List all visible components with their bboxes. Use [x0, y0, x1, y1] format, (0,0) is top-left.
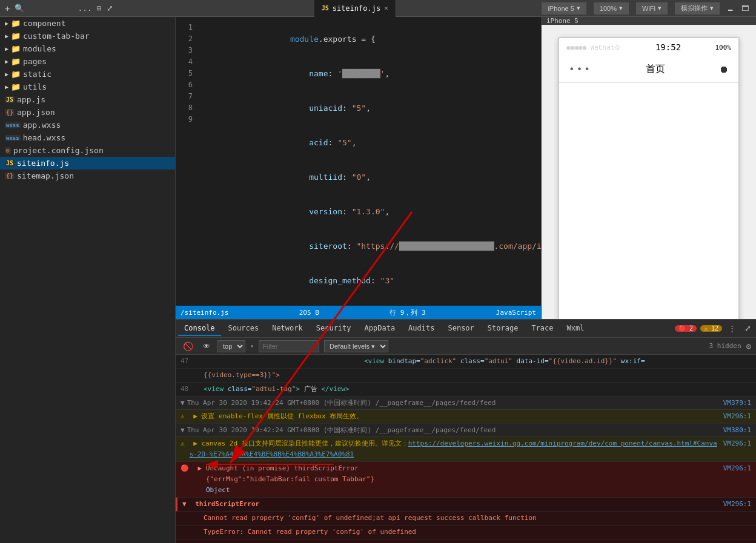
console-line-warn-1: ⚠ ▶ 设置 enable-flex 属性以使 flexbox 布局生效。 VM… — [176, 410, 756, 424]
context-arrow: ▾ — [250, 343, 254, 349]
sidebar-item-label: custom-tab-bar — [23, 31, 90, 41]
expand-icon[interactable]: ⤢ — [107, 4, 113, 13]
devtools-more[interactable]: ⋮ — [726, 323, 738, 334]
tab-security[interactable]: Security — [310, 321, 357, 336]
folder-expand-icon: ▶ — [5, 45, 8, 52]
window-minimize[interactable]: 🗕 — [727, 4, 734, 13]
expand-icon[interactable]: ▼ — [181, 399, 185, 407]
status-line-col: 行 9，列 3 — [390, 308, 426, 317]
filter-input[interactable] — [259, 340, 319, 352]
tab-wxml[interactable]: Wxml — [561, 321, 591, 336]
network-select[interactable]: WiFi ▾ — [636, 2, 668, 15]
section-source: VM380:1 — [723, 426, 751, 434]
sidebar-item-component[interactable]: ▶ 📁 component — [0, 17, 175, 30]
sidebar-item-app-json[interactable]: {} app.json — [0, 106, 175, 119]
sidebar-item-modules[interactable]: ▶ 📁 modules — [0, 42, 175, 55]
phone-battery: 100% — [715, 44, 732, 51]
preserve-log-btn[interactable]: 👁 — [201, 341, 213, 352]
add-icon[interactable]: + — [5, 4, 10, 13]
expand-icon[interactable]: ▼ — [181, 426, 185, 434]
sidebar-item-utils[interactable]: ▶ 📁 utils — [0, 81, 175, 93]
tab-sensor[interactable]: Sensor — [442, 321, 480, 336]
sidebar-item-label: siteinfo.js — [17, 159, 69, 168]
folder-icon: 📁 — [11, 82, 21, 91]
editor-content: 1 2 3 4 5 6 7 8 9 — [176, 17, 541, 306]
clear-console-btn[interactable]: 🚫 — [181, 340, 196, 352]
code-lines: module.exports = { name: '████████', uni… — [200, 22, 541, 301]
phone-toolbar: iPhone 5 — [542, 17, 756, 25]
console-line-html-48: 48 <view class="adtui-tag"> 广告 </view> — [176, 383, 756, 397]
tab-trace[interactable]: Trace — [525, 321, 559, 336]
settings-icon[interactable]: ⚙ — [746, 341, 751, 351]
sidebar-item-label: static — [23, 70, 51, 79]
more-icon[interactable]: ... — [78, 4, 91, 13]
folder-icon: 📁 — [11, 19, 21, 28]
split-icon[interactable]: ⊟ — [97, 4, 102, 13]
sidebar-item-app-wxss[interactable]: wxss app.wxss — [0, 119, 175, 131]
search-icon[interactable]: 🔍 — [15, 4, 24, 13]
phone-nav-dots[interactable]: ••• — [569, 64, 592, 75]
sidebar-item-pages[interactable]: ▶ 📁 pages — [0, 55, 175, 68]
zoom-select[interactable]: 100% ▾ — [594, 2, 629, 15]
sidebar-item-label: component — [23, 19, 65, 28]
sidebar-item-label: app.wxss — [23, 120, 61, 130]
console-error-stack-1: at Object.success (http://127.0.0.1:4154… — [176, 539, 756, 543]
sidebar-item-label: app.json — [17, 108, 55, 117]
phone-nav-title: 首页 — [646, 63, 665, 76]
tab-appdata[interactable]: AppData — [359, 321, 402, 336]
sidebar-item-static[interactable]: ▶ 📁 static — [0, 68, 175, 81]
sidebar-item-head-wxss[interactable]: wxss head.wxss — [0, 131, 175, 144]
sidebar-item-siteinfo-js[interactable]: JS siteinfo.js — [0, 157, 175, 169]
editor-area: 1 2 3 4 5 6 7 8 9 — [176, 17, 541, 319]
code-line-8: design_method: "3" — [205, 263, 541, 298]
simulate-select[interactable]: 模拟操作 ▾ — [675, 2, 720, 15]
phone-content — [559, 83, 738, 319]
folder-expand-icon: ▶ — [5, 71, 8, 77]
window-maximize[interactable]: 🗖 — [741, 4, 749, 13]
tab-storage[interactable]: Storage — [482, 321, 525, 336]
sidebar-item-label: head.wxss — [23, 133, 65, 142]
console-line-html-47b: {{video.type==3}}"> — [176, 369, 756, 383]
devtools-panel: Console Sources Network Security AppData… — [176, 319, 756, 543]
tab-audits[interactable]: Audits — [402, 321, 440, 336]
js-badge: JS — [5, 96, 15, 103]
sidebar-item-sitemap-json[interactable]: {} sitemap.json — [0, 169, 175, 182]
console-line-error-section: ▼ thirdScriptError VM296:1 — [176, 498, 756, 512]
tab-network[interactable]: Network — [266, 321, 309, 336]
tab-console[interactable]: Console — [178, 321, 221, 336]
error-count-badge: 🔴 2 — [675, 325, 697, 332]
phone-frame: ●●●●● WeChat令 19:52 100% ••• 首页 ⏺ — [558, 37, 740, 319]
level-select[interactable]: Default levels ▾ — [324, 340, 388, 352]
devtools-expand[interactable]: ⤢ — [742, 323, 754, 334]
folder-expand-icon: ▶ — [5, 33, 8, 39]
folder-icon: 📁 — [11, 57, 21, 66]
console-section-1: ▼ Thu Apr 30 2020 19:42:24 GMT+0800 (中国标… — [176, 397, 756, 410]
phone-record-icon[interactable]: ⏺ — [719, 64, 729, 75]
console-output[interactable]: 47 <view bindtap="adclick" class="adtui"… — [176, 355, 756, 543]
phone-container: ●●●●● WeChat令 19:52 100% ••• 首页 ⏺ — [542, 25, 756, 319]
warn-count-badge: ⚠ 12 — [700, 325, 722, 332]
sidebar-item-label: app.js — [17, 95, 45, 104]
context-select[interactable]: top — [217, 340, 245, 352]
sidebar-item-app-js[interactable]: JS app.js — [0, 93, 175, 106]
console-line-warn-2: ⚠ ▶ canvas 2d 接口支持同层渲染且性能更佳，建议切换使用。详见文：h… — [176, 437, 756, 462]
code-line-4: acid: "5", — [205, 125, 541, 160]
device-select[interactable]: iPhone 5 ▾ — [542, 2, 586, 15]
sidebar-item-label: utils — [23, 82, 47, 91]
tab-close-icon[interactable]: × — [384, 4, 388, 12]
line-number: 47 — [181, 356, 199, 367]
phone-status-bar: ●●●●● WeChat令 19:52 100% — [559, 38, 738, 56]
tab-sources[interactable]: Sources — [222, 321, 265, 336]
line-numbers: 1 2 3 4 5 6 7 8 9 — [176, 22, 200, 301]
error-expand-icon[interactable]: ▼ — [182, 499, 187, 510]
code-line-7: siteroot: "https://████████████████████.… — [205, 229, 541, 263]
sidebar-item-custom-tab-bar[interactable]: ▶ 📁 custom-tab-bar — [0, 30, 175, 42]
console-error-detail-2: TypeError: Cannot read property 'config'… — [176, 525, 756, 539]
console-error-detail-1: Cannot read property 'config' of undefin… — [176, 512, 756, 525]
sidebar-item-project-config[interactable]: ⚙ project.config.json — [0, 144, 175, 157]
active-tab[interactable]: JS siteinfo.js × — [314, 0, 396, 17]
section-time: Thu Apr 30 2020 19:42:24 GMT+0800 (中国标准时… — [187, 398, 496, 407]
code-view[interactable]: 1 2 3 4 5 6 7 8 9 — [176, 17, 541, 306]
sidebar-item-label: sitemap.json — [17, 171, 74, 180]
devtools-icons: 🔴 2 ⚠ 12 ⋮ ⤢ — [675, 323, 754, 334]
